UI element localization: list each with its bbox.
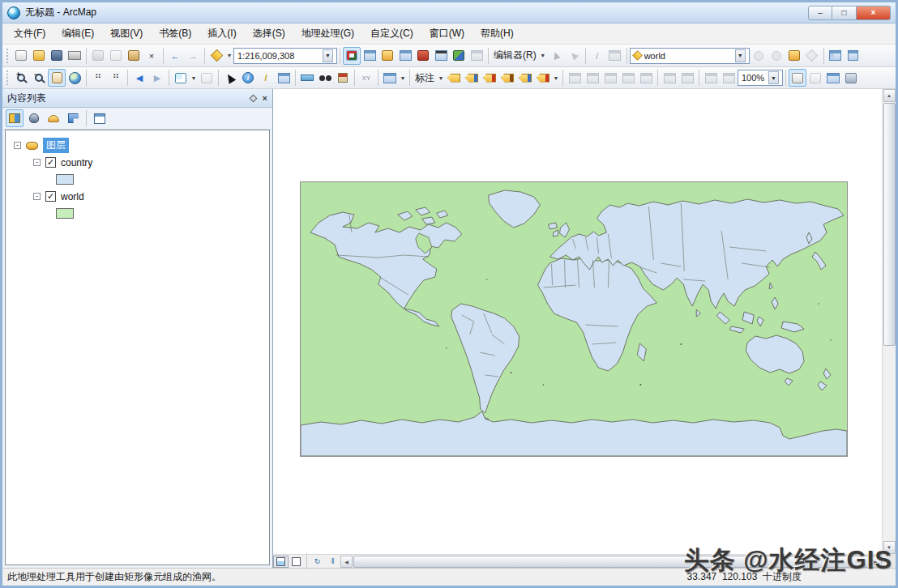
print-button[interactable] [66, 47, 83, 65]
menu-view[interactable]: 视图(V) [102, 23, 151, 44]
identify-button[interactable]: i [239, 69, 257, 87]
layout-zoom-caret[interactable]: ▼ [768, 71, 779, 84]
edit-sketch-button[interactable] [343, 47, 361, 65]
zoom-100-button[interactable] [806, 69, 824, 87]
menu-window[interactable]: 窗口(W) [421, 23, 473, 44]
minimize-button[interactable]: – [808, 6, 832, 20]
toolbar-grip[interactable] [6, 70, 10, 85]
sketch-properties-button[interactable] [768, 47, 785, 65]
label-manager-button[interactable] [445, 69, 463, 87]
data-view-button[interactable] [273, 556, 289, 568]
collapse-icon[interactable]: - [33, 159, 41, 166]
pan-button[interactable] [48, 69, 66, 87]
edit-tool-button[interactable] [547, 47, 565, 65]
find-button[interactable] [316, 69, 334, 87]
layer-row-country[interactable]: - ✓ country [6, 154, 269, 171]
labeling-menu-caret[interactable]: ▼ [437, 75, 445, 81]
pin-icon[interactable] [249, 94, 257, 102]
label-rotate-button[interactable] [619, 69, 637, 87]
pause-drawing-toggle[interactable]: ‖ [325, 556, 340, 568]
clear-selection-button[interactable] [198, 69, 216, 87]
table-button[interactable] [827, 47, 845, 65]
list-by-drawing-order-button[interactable] [6, 109, 24, 127]
symbol-swatch[interactable] [56, 174, 74, 185]
add-data-button[interactable] [207, 47, 225, 65]
layer-checkbox[interactable]: ✓ [45, 191, 56, 202]
select-features-button[interactable] [172, 69, 190, 87]
pause-labeling-button[interactable] [584, 69, 601, 87]
html-popup-button[interactable] [275, 69, 293, 87]
list-by-source-button[interactable] [25, 109, 43, 127]
editor-target-combo[interactable]: world ▼ [630, 48, 750, 64]
full-extent-button[interactable] [66, 69, 83, 87]
hyperlink-button[interactable]: / [257, 69, 275, 87]
label-placement-button[interactable] [498, 69, 516, 87]
viewer-window-button[interactable] [381, 69, 399, 87]
menu-geoprocessing[interactable]: 地理处理(G) [293, 23, 362, 44]
menu-bookmarks[interactable]: 书签(B) [151, 23, 199, 44]
close-button[interactable]: × [857, 6, 891, 20]
save-button[interactable] [48, 47, 66, 65]
dataframe-label[interactable]: 图层 [43, 138, 69, 153]
delete-button[interactable]: × [143, 47, 160, 65]
toc-close-icon[interactable]: × [263, 93, 267, 103]
open-button[interactable] [30, 47, 48, 65]
label-lock-button[interactable] [534, 69, 552, 87]
label-priority-button[interactable] [463, 69, 481, 87]
tree-root-row[interactable]: - 图层 [6, 137, 269, 154]
layer-checkbox[interactable]: ✓ [45, 157, 56, 168]
measure-button[interactable] [298, 69, 316, 87]
redo-button[interactable]: → [184, 47, 202, 65]
maximize-button[interactable]: □ [832, 6, 857, 20]
layer-name[interactable]: country [61, 157, 92, 168]
menu-customize[interactable]: 自定义(C) [362, 23, 421, 44]
scroll-left-icon[interactable]: ◀ [340, 556, 353, 568]
scroll-down-icon[interactable]: ▼ [883, 541, 896, 554]
vertical-scrollbar[interactable]: ▲ ▼ [882, 89, 896, 554]
toc-header[interactable]: 内容列表 × [2, 89, 272, 108]
menu-edit[interactable]: 编辑(E) [53, 23, 102, 44]
label-contrast-button[interactable] [637, 69, 655, 87]
list-by-visibility-button[interactable] [45, 109, 62, 127]
zoom-in-button[interactable]: + [12, 69, 30, 87]
labeling-overflow-caret[interactable]: ▼ [552, 75, 560, 81]
zoom-whole-page-button[interactable] [789, 69, 806, 87]
new-document-button[interactable] [12, 47, 30, 65]
layout-view-button[interactable] [289, 556, 304, 568]
map-scale-caret[interactable]: ▼ [323, 49, 333, 62]
layer-symbol-world[interactable] [6, 205, 269, 222]
search-window-button[interactable] [396, 47, 414, 65]
find-route-button[interactable] [334, 69, 352, 87]
data-driven-pages-button[interactable] [842, 69, 860, 87]
toc-window-button[interactable] [361, 47, 378, 65]
title-bar[interactable]: 无标题 - ArcMap – □ × [2, 2, 896, 23]
cut-button[interactable] [89, 47, 107, 65]
straight-segment-button[interactable]: / [588, 47, 606, 65]
select-features-caret[interactable]: ▼ [190, 75, 198, 81]
map-view[interactable]: ▲ ▼ ↻ ‖ ◀ ▶ [273, 89, 896, 568]
layer-row-world[interactable]: - ✓ world [6, 188, 269, 205]
vertical-scroll-thumb[interactable] [883, 103, 896, 346]
sketch-tools-button[interactable] [606, 47, 624, 65]
menu-help[interactable]: 帮助(H) [473, 23, 522, 44]
select-elements-button[interactable] [221, 69, 239, 87]
toolbar-grip[interactable] [6, 49, 10, 63]
refresh-view-button[interactable]: ↻ [310, 556, 325, 568]
forward-extent-button[interactable]: ▶ [148, 69, 166, 87]
pause-drawing-button[interactable] [566, 69, 584, 87]
map-data-frame[interactable] [300, 181, 848, 457]
scroll-up-icon[interactable]: ▲ [883, 89, 896, 102]
attribute-table-button[interactable] [845, 47, 862, 65]
layout-fixed-zoom-button[interactable] [702, 69, 720, 87]
list-by-selection-button[interactable] [64, 109, 82, 127]
menu-selection[interactable]: 选择(S) [245, 23, 293, 44]
horizontal-scroll-thumb[interactable] [353, 556, 869, 568]
editor-menu-caret[interactable]: ▼ [539, 53, 547, 58]
paste-button[interactable] [125, 47, 143, 65]
toggle-draft-mode-button[interactable] [824, 69, 842, 87]
undo-button[interactable]: ← [166, 47, 184, 65]
catalog-window-button[interactable] [378, 47, 396, 65]
layout-pan-button[interactable] [720, 69, 738, 87]
fixed-zoom-in-button[interactable]: ⠛ [89, 69, 107, 87]
layout-zoom-out-button[interactable] [678, 69, 696, 87]
